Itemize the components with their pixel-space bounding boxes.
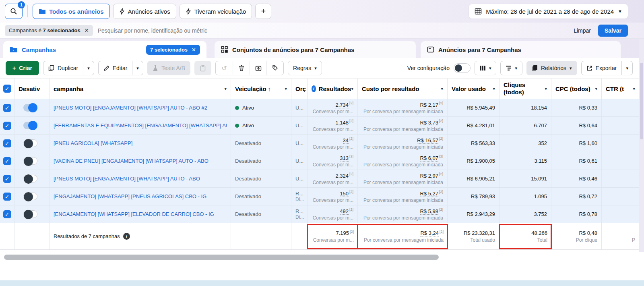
table-row: ✓ [PNEU AGRICOLA] [WHATSAPP] Desativado … [0, 135, 639, 152]
campaign-name-link[interactable]: [PNEUS MOTO] [ENGAJAMENTO] [WHATSAPP] AU… [54, 105, 227, 111]
header-cpc[interactable]: CPC (todos)▾ [551, 79, 602, 99]
exportar-button[interactable]: Exportar [581, 61, 622, 75]
vertical-scrollbar-thumb[interactable] [640, 63, 643, 139]
campaign-name-link[interactable]: [PNEUS MOTO] [ENGAJAMENTO] [WHATSAPP] AU… [54, 176, 227, 182]
trash-icon [239, 65, 244, 71]
row-checkbox[interactable]: ✓ [0, 170, 14, 187]
row-status-toggle[interactable] [14, 99, 50, 116]
delivery-status-cell: Desativado [231, 135, 291, 152]
close-icon[interactable]: ✕ [192, 47, 196, 53]
total-cpc: R$ 0,48 Por clique [551, 223, 602, 249]
header-resultados[interactable]: i Resultados▾ [308, 79, 358, 99]
select-all-checkbox[interactable]: ✓ [0, 79, 14, 99]
tag-button[interactable] [266, 61, 283, 75]
row-status-toggle[interactable] [14, 117, 50, 134]
header-valor-usado[interactable]: Valor usado▾ [448, 79, 500, 99]
campaign-name-cell: [VACINA DE PNEU] [ENGAJAMENTO] [WHATSAPP… [50, 152, 231, 170]
top-bar: 1 Todos os anúncios Anúncios ativos Tive… [0, 0, 644, 23]
breakdown-dropdown[interactable]: ▾ [500, 61, 522, 75]
delivery-status-text: Desativado [235, 140, 261, 146]
flask-icon [153, 65, 158, 71]
pin-clipboard-button[interactable] [194, 61, 211, 75]
ver-configuracao-toggle[interactable] [454, 63, 471, 73]
duplicar-button[interactable]: Duplicar [43, 61, 83, 75]
relatorios-dropdown[interactable]: Relatórios▾ [526, 61, 577, 75]
row-status-toggle[interactable] [14, 170, 50, 187]
criar-button[interactable]: + Criar [6, 61, 39, 75]
date-range-selector[interactable]: Máximo: 28 de jul de 2021 a 28 de ago de… [469, 4, 628, 19]
duplicar-dropdown[interactable]: ▾ [83, 61, 94, 75]
search-input[interactable] [98, 27, 569, 34]
header-veiculacao[interactable]: Veiculação ↑ ▾ [231, 79, 291, 99]
row-status-toggle[interactable] [14, 152, 50, 170]
tab-todos-os-anuncios[interactable]: Todos os anúncios [33, 4, 110, 19]
header-custo[interactable]: Custo por resultado▾ [358, 79, 448, 99]
limpar-link[interactable]: Limpar [574, 27, 591, 34]
total-ctr: P [602, 223, 639, 249]
close-icon[interactable]: ✕ [85, 27, 89, 33]
header-cliques[interactable]: Cliques (todos)▾ [500, 79, 551, 99]
row-checkbox[interactable]: ✓ [0, 135, 14, 152]
row-checkbox[interactable]: ✓ [0, 99, 14, 116]
editar-dropdown[interactable]: ▾ [132, 61, 143, 75]
info-icon[interactable]: i [123, 233, 130, 240]
tab-campanhas[interactable]: Campanhas 7 selecionados ✕ [3, 41, 206, 58]
cost-per-result-cell: R$ 2,97[2] Por conversa por mensagem ini… [358, 170, 448, 187]
tab-conjuntos-de-anuncios[interactable]: Conjuntos de anúncios para 7 Campanhas [215, 41, 416, 58]
delete-button[interactable] [233, 61, 250, 75]
header-ctr[interactable]: CTR (t▾ [602, 79, 639, 99]
amount-spent-cell: R$ 6.905,21 [448, 170, 500, 187]
delivery-status-cell: Desativado [231, 170, 291, 187]
promote-button[interactable] [250, 61, 266, 75]
row-checkbox[interactable]: ✓ [0, 188, 14, 205]
budget-cell: R...Di... [291, 205, 308, 223]
undo-button[interactable]: ↺ [216, 61, 233, 75]
tab-anuncios[interactable]: Anúncios para 7 Campanhas [421, 41, 621, 58]
row-status-toggle[interactable] [14, 135, 50, 152]
calendar-icon [475, 8, 482, 15]
header-orcamento[interactable]: Orç [291, 79, 308, 99]
exportar-dropdown[interactable]: ▾ [622, 61, 633, 75]
campaign-name-link[interactable]: [ENGAJAMENTO] [WHATSAPP] [PNEUS AGRICOLA… [54, 193, 227, 199]
clicks-cell: 15.091 [500, 170, 551, 187]
table-row: ✓ [ENGAJAMENTO] [WHATSAPP] [ELEVADOR DE … [0, 205, 639, 223]
delivery-status-text: Desativado [235, 211, 261, 217]
delivery-status-cell: Desativado [231, 152, 291, 170]
info-icon[interactable]: i [312, 85, 316, 92]
row-checkbox[interactable]: ✓ [0, 205, 14, 223]
copy-icon [48, 65, 54, 71]
row-checkbox[interactable]: ✓ [0, 117, 14, 134]
campaign-name-link[interactable]: [PNEU AGRICOLA] [WHATSAPP] [54, 140, 227, 146]
clicks-cell: 6.707 [500, 117, 551, 134]
delivery-status-text: Ativo [242, 105, 254, 111]
regras-dropdown[interactable]: Regras▾ [288, 61, 322, 75]
columns-dropdown[interactable]: ▾ [475, 61, 497, 75]
campaign-name-link[interactable]: [ENGAJAMENTO] [WHATSAPP] [ELEVADOR DE CA… [54, 211, 227, 217]
header-desativ[interactable]: Desativ [14, 79, 50, 99]
columns-icon [480, 65, 486, 71]
teste-ab-button[interactable]: Teste A/B [147, 61, 190, 75]
campaign-name-cell: [ENGAJAMENTO] [WHATSAPP] [ELEVADOR DE CA… [50, 205, 231, 223]
row-status-toggle[interactable] [14, 205, 50, 223]
filter-chip-campanhas[interactable]: Campanhas é 7 selecionados ✕ [5, 25, 93, 36]
ctr-cell [602, 205, 639, 223]
search-filter-count-badge: 1 [18, 1, 25, 8]
total-cliques: 48.266 Total [500, 223, 551, 249]
row-checkbox[interactable]: ✓ [0, 152, 14, 170]
tab-anuncios-ativos[interactable]: Anúncios ativos [113, 4, 176, 19]
selected-count-badge[interactable]: 7 selecionados ✕ [146, 45, 200, 55]
amount-spent-cell: R$ 4.281,01 [448, 117, 500, 134]
budget-cell: U... [291, 152, 308, 170]
row-status-toggle[interactable] [14, 188, 50, 205]
horizontal-scrollbar[interactable] [4, 255, 439, 260]
campaign-name-link[interactable]: [FERRAMENTAS E EQUIPAMENTOS] [ENGAJAMENT… [54, 122, 227, 128]
search-filter-button[interactable]: 1 [5, 4, 23, 19]
salvar-button[interactable]: Salvar [598, 25, 628, 37]
vertical-scrollbar-track[interactable] [639, 39, 644, 252]
tab-tiveram-veiculacao[interactable]: Tiveram veiculação [180, 4, 252, 19]
add-tab-button[interactable]: + [255, 4, 271, 19]
header-campanha[interactable]: campanha▾ [50, 79, 231, 99]
campaign-name-link[interactable]: [VACINA DE PNEU] [ENGAJAMENTO] [WHATSAPP… [54, 158, 227, 164]
ctr-cell [602, 117, 639, 134]
editar-button[interactable]: Editar [98, 61, 133, 75]
